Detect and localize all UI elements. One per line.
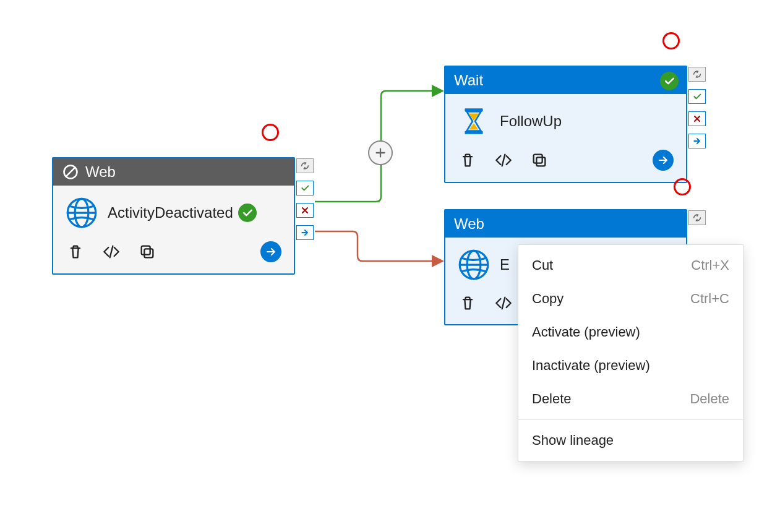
menu-copy[interactable]: Copy Ctrl+C — [518, 282, 743, 315]
port-failure[interactable] — [296, 203, 314, 218]
globe-icon — [458, 249, 490, 281]
delete-icon[interactable] — [66, 242, 85, 262]
node-toolbar — [445, 141, 686, 182]
output-ports — [688, 67, 706, 148]
activity-name-partial: E — [500, 256, 510, 273]
status-success-icon — [238, 204, 257, 222]
menu-shortcut: Ctrl+X — [691, 257, 729, 273]
output-ports — [296, 158, 314, 240]
port-failure[interactable] — [688, 111, 706, 126]
menu-label: Show lineage — [532, 432, 614, 448]
copy-icon[interactable] — [529, 150, 549, 170]
delete-icon[interactable] — [458, 293, 478, 313]
node-toolbar — [53, 233, 294, 273]
menu-cut[interactable]: Cut Ctrl+X — [518, 249, 743, 282]
svg-rect-10 — [534, 155, 542, 163]
delete-icon[interactable] — [458, 150, 478, 170]
output-ports — [688, 210, 706, 225]
open-details-button[interactable] — [260, 241, 281, 262]
menu-show-lineage[interactable]: Show lineage — [518, 424, 743, 457]
node-header: Web — [445, 210, 686, 238]
node-body: ActivityDeactivated — [53, 186, 294, 233]
menu-separator — [518, 419, 743, 420]
menu-label: Cut — [532, 257, 553, 273]
menu-inactivate[interactable]: Inactivate (preview) — [518, 349, 743, 382]
code-icon[interactable] — [494, 150, 513, 170]
node-activity-deactivated[interactable]: Web ActivityDeactivated — [52, 157, 295, 275]
menu-label: Delete — [532, 391, 572, 407]
node-type-label: Wait — [454, 72, 483, 89]
port-skip[interactable] — [296, 225, 314, 240]
port-success[interactable] — [296, 181, 314, 195]
port-completion[interactable] — [296, 158, 314, 173]
port-skip[interactable] — [688, 134, 706, 148]
node-body: FollowUp — [445, 94, 686, 141]
menu-shortcut: Ctrl+C — [690, 291, 729, 307]
copy-icon[interactable] — [137, 242, 157, 262]
port-completion[interactable] — [688, 210, 706, 225]
svg-rect-9 — [536, 157, 545, 166]
node-type-label: Web — [85, 163, 116, 181]
selection-handle[interactable] — [662, 32, 680, 49]
status-success-icon — [660, 72, 679, 90]
menu-label: Inactivate (preview) — [532, 358, 650, 374]
code-icon[interactable] — [101, 242, 121, 262]
svg-rect-5 — [144, 249, 153, 257]
pipeline-canvas[interactable]: Web ActivityDeactivated — [0, 0, 767, 532]
menu-activate[interactable]: Activate (preview) — [518, 315, 743, 349]
menu-label: Copy — [532, 291, 563, 307]
node-header: Web — [53, 158, 294, 186]
add-activity-junction[interactable] — [368, 140, 393, 165]
selection-handle[interactable] — [262, 124, 279, 141]
activity-name: FollowUp — [500, 113, 562, 130]
hourglass-icon — [458, 105, 490, 137]
svg-rect-6 — [142, 246, 150, 255]
node-header: Wait — [445, 67, 686, 94]
disabled-icon — [62, 163, 79, 181]
port-completion[interactable] — [688, 67, 706, 82]
port-success[interactable] — [688, 89, 706, 104]
activity-name: ActivityDeactivated — [108, 204, 233, 221]
node-wait-followup[interactable]: Wait FollowUp — [444, 66, 687, 183]
menu-label: Activate (preview) — [532, 324, 640, 340]
globe-icon — [66, 197, 98, 229]
code-icon[interactable] — [494, 293, 513, 313]
menu-delete[interactable]: Delete Delete — [518, 382, 743, 416]
node-type-label: Web — [454, 215, 484, 233]
context-menu[interactable]: Cut Ctrl+X Copy Ctrl+C Activate (preview… — [518, 244, 743, 461]
open-details-button[interactable] — [653, 150, 674, 171]
svg-line-1 — [66, 167, 75, 177]
selection-handle-bottom[interactable] — [674, 178, 691, 195]
menu-shortcut: Delete — [690, 391, 729, 407]
